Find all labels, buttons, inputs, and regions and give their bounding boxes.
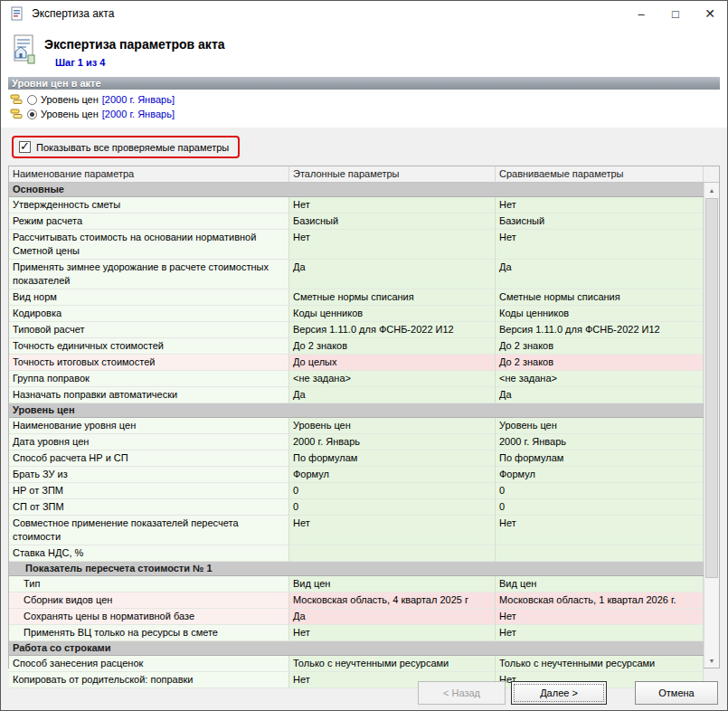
compared-value-cell: Нет [496, 516, 704, 545]
etalon-value-cell: 2000 г. Январь [289, 434, 496, 450]
compared-value-cell: Вид цен [496, 576, 704, 592]
param-row[interactable]: Точность единичных стоимостейДо 2 знаков… [9, 338, 704, 355]
vertical-scrollbar[interactable]: ▲ ▼ [704, 183, 719, 668]
page-header: Экспертиза параметров акта Шаг 1 из 4 [1, 26, 727, 77]
back-button[interactable]: < Назад [418, 681, 506, 705]
param-row[interactable]: Типовой расчетВерсия 1.11.0 для ФСНБ-202… [9, 322, 704, 338]
section-row[interactable]: Уровень цен [9, 403, 704, 418]
section-row[interactable]: Работа со строками [9, 641, 704, 656]
column-header-compared[interactable]: Сравниваемые параметры [496, 166, 704, 183]
window-controls: – □ ✕ [624, 1, 727, 26]
param-row[interactable]: НР от ЗПМ00 [9, 483, 704, 499]
price-level-row[interactable]: Уровень цен[2000 г. Январь] [10, 107, 720, 121]
scroll-up-icon[interactable]: ▲ [704, 183, 719, 197]
etalon-value-cell: Базисный [289, 213, 496, 230]
step-indicator: Шаг 1 из 4 [55, 57, 105, 68]
param-name-cell: Дата уровня цен [9, 434, 289, 450]
column-header-etalon[interactable]: Эталонные параметры [289, 166, 496, 183]
etalon-value-cell: Версия 1.11.0 для ФСНБ-2022 И12 [289, 322, 496, 338]
param-name-cell: Режим расчета [9, 213, 289, 230]
price-level-link[interactable]: [2000 г. Январь] [102, 94, 175, 105]
price-levels-list: Уровень цен[2000 г. Январь]Уровень цен[2… [8, 90, 720, 124]
param-row[interactable]: Способ занесения расценокТолько с неучте… [9, 656, 704, 672]
cancel-button[interactable]: Отмена [635, 681, 718, 705]
param-name-cell: Утвержденность сметы [9, 197, 289, 213]
etalon-value-cell: Нет [289, 230, 496, 260]
param-row[interactable]: Брать ЗУ изФормулФормул [9, 467, 704, 483]
etalon-value-cell: Московская область, 4 квартал 2025 г [289, 592, 496, 609]
param-row[interactable]: Назначать поправки автоматическиДаДа [9, 387, 704, 403]
param-row[interactable]: Точность итоговых стоимостейДо целыхДо 2… [9, 355, 704, 371]
price-level-label: Уровень цен [41, 109, 99, 119]
param-name-cell: Способ расчета НР и СП [9, 450, 289, 467]
next-button[interactable]: Далее > [511, 681, 607, 705]
param-name-cell: Точность итоговых стоимостей [9, 355, 289, 371]
maximize-button[interactable]: □ [658, 1, 693, 26]
price-level-row[interactable]: Уровень цен[2000 г. Январь] [10, 92, 720, 107]
param-row[interactable]: Совместное применение показателей пересч… [9, 516, 704, 545]
param-row[interactable]: Группа поправок<не задана><не задана> [9, 371, 704, 387]
titlebar[interactable]: Экспертиза акта – □ ✕ [1, 1, 727, 26]
etalon-value-cell: Да [289, 387, 496, 403]
etalon-value-cell: До 2 знаков [289, 338, 496, 355]
highlight-box: Показывать все проверяемые параметры [12, 136, 240, 158]
param-name-cell: Рассчитывать стоимость на основании норм… [9, 230, 289, 260]
show-all-params-checkbox[interactable] [19, 141, 31, 153]
price-level-link[interactable]: [2000 г. Январь] [102, 109, 175, 119]
page-title: Экспертиза параметров акта [44, 37, 225, 52]
close-button[interactable]: ✕ [693, 1, 727, 26]
param-row[interactable]: ТипВид ценВид цен [9, 576, 704, 592]
param-row[interactable]: Наименование уровня ценУровень ценУровен… [9, 418, 704, 434]
etalon-value-cell: Только с неучтенными ресурсами [289, 656, 496, 672]
etalon-value-cell: <не задана> [289, 371, 496, 387]
etalon-value-cell: Нет [289, 625, 496, 641]
param-row[interactable]: Ставка НДС, % [9, 545, 704, 562]
etalon-value-cell: Сметные нормы списания [289, 289, 496, 306]
param-row[interactable]: Вид нормСметные нормы списанияСметные но… [9, 289, 704, 306]
price-level-radio[interactable] [27, 109, 37, 119]
param-row[interactable]: Дата уровня цен2000 г. Январь2000 г. Янв… [9, 434, 704, 450]
compared-value-cell: <не задана> [496, 371, 704, 387]
param-name-cell: Группа поправок [9, 371, 289, 387]
compared-value-cell: Уровень цен [496, 418, 704, 434]
param-name-cell: Способ занесения расценок [9, 656, 289, 672]
compared-value-cell: 2000 г. Январь [496, 434, 704, 450]
param-name-cell: Кодировка [9, 306, 289, 322]
param-row[interactable]: Рассчитывать стоимость на основании норм… [9, 230, 704, 260]
etalon-value-cell: Нет [289, 197, 496, 213]
compared-value-cell: Да [496, 260, 704, 289]
param-name-cell: Назначать поправки автоматически [9, 387, 289, 403]
param-row[interactable]: Способ расчета НР и СППо формуламПо форм… [9, 450, 704, 467]
etalon-value-cell: Да [289, 609, 496, 625]
price-level-label: Уровень цен [41, 94, 99, 105]
column-header-name[interactable]: Наименование параметра [9, 166, 289, 183]
compared-value-cell: Формул [496, 467, 704, 483]
scroll-thumb[interactable] [705, 198, 718, 578]
etalon-value-cell: Уровень цен [289, 418, 496, 434]
compared-value-cell: 0 [496, 483, 704, 499]
section-row[interactable]: Основные [9, 183, 704, 197]
param-row[interactable]: Утвержденность сметыНетНет [9, 197, 704, 213]
price-level-radio[interactable] [27, 95, 37, 105]
compared-value-cell: Версия 1.11.0 для ФСНБ-2022 И12 [496, 322, 704, 338]
etalon-value-cell: Вид цен [289, 576, 496, 592]
scroll-down-icon[interactable]: ▼ [704, 653, 719, 668]
param-row[interactable]: СП от ЗПМ00 [9, 499, 704, 516]
app-icon [10, 6, 24, 21]
param-name-cell: Брать ЗУ из [9, 467, 289, 483]
minimize-button[interactable]: – [624, 1, 658, 26]
param-row[interactable]: Режим расчетаБазисныйБазисный [9, 213, 704, 230]
filter-zone: Показывать все проверяемые параметры [1, 128, 727, 158]
param-name-cell: Точность единичных стоимостей [9, 338, 289, 355]
section-row[interactable]: Показатель пересчета стоимости № 1 [9, 562, 704, 576]
param-row[interactable]: КодировкаКоды ценниковКоды ценников [9, 306, 704, 322]
window-title: Экспертиза акта [32, 7, 114, 20]
param-row[interactable]: Сборник видов ценМосковская область, 4 к… [9, 592, 704, 609]
show-all-params-label[interactable]: Показывать все проверяемые параметры [36, 142, 229, 153]
compared-value-cell: До 2 знаков [496, 338, 704, 355]
param-name-cell: Совместное применение показателей пересч… [9, 516, 289, 545]
param-row[interactable]: Сохранять цены в нормативной базеДаНет [9, 609, 704, 625]
param-row[interactable]: Применять зимнее удорожание в расчете ст… [9, 260, 704, 289]
param-row[interactable]: Применять ВЦ только на ресурсы в сметеНе… [9, 625, 704, 641]
column-header-filler [704, 166, 719, 183]
